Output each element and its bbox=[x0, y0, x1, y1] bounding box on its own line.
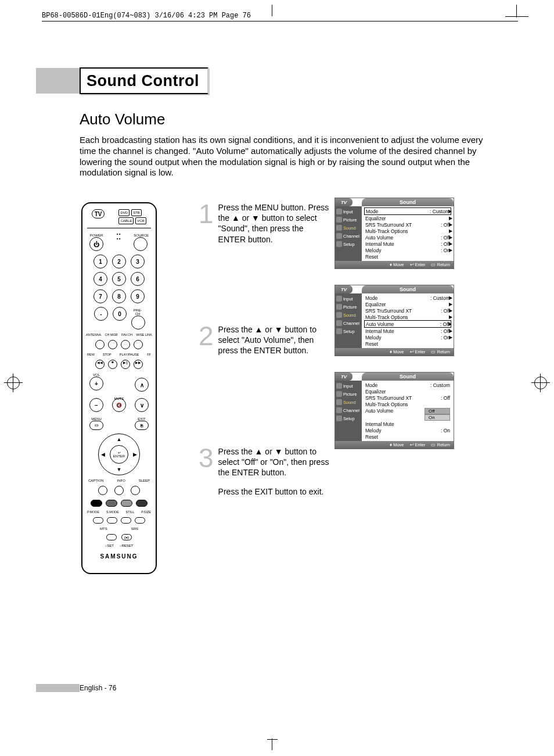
menu-icon bbox=[336, 296, 342, 302]
osd-item-label: Auto Volume bbox=[366, 321, 394, 327]
osd-item-multi-track-options: Multi-Track Options bbox=[364, 401, 451, 407]
osd3-title: Sound bbox=[362, 372, 454, 381]
osd-item-mode: Mode: Custom bbox=[364, 382, 451, 388]
osd2-footer: Move Enter Return bbox=[335, 348, 454, 356]
stop-icon: ■ bbox=[108, 360, 117, 369]
srs-btn: (●) bbox=[121, 534, 132, 540]
chmgr-label: CH MGR bbox=[105, 333, 117, 336]
osd-option-on: On bbox=[425, 414, 450, 421]
antenna-btn bbox=[95, 340, 105, 349]
osd-side-label: Sound bbox=[343, 400, 356, 405]
num-7: 7 bbox=[93, 289, 107, 303]
osd-side-setup: Setup bbox=[335, 327, 362, 335]
chevron-right-icon: ▶ bbox=[449, 314, 452, 320]
crop-mark-tr-h bbox=[505, 16, 528, 17]
ch-down-icon: ∨ bbox=[135, 398, 149, 412]
step-3: 3 Press the ▲ or ▼ button to select "Off… bbox=[199, 446, 332, 497]
osd-side-setup: Setup bbox=[335, 240, 362, 248]
set-label: SET bbox=[107, 544, 114, 547]
osd-item-melody: Melody: On▶ bbox=[364, 247, 451, 253]
menu-label: MENU bbox=[89, 417, 103, 421]
num-6: 6 bbox=[131, 272, 145, 286]
num-2: 2 bbox=[112, 255, 126, 268]
osd-item-label: Reset bbox=[365, 341, 378, 347]
osd-enter-hint: Enter bbox=[410, 262, 426, 267]
still-btn bbox=[121, 517, 131, 524]
osd-side-input: Input bbox=[335, 295, 362, 303]
menu-icon bbox=[336, 233, 342, 239]
osd-side-label: Input bbox=[343, 209, 353, 214]
remote-cable: CABLE bbox=[118, 217, 134, 224]
osd3-footer: Move Enter Return bbox=[335, 441, 454, 449]
osd-return-hint: Return bbox=[431, 349, 450, 354]
dpad: ▲ ▼ ◀ ▶ ↩ENTER bbox=[98, 433, 140, 475]
caption-btn bbox=[98, 486, 107, 495]
osd-item-label: Auto Volume bbox=[365, 408, 393, 421]
osd-return-hint: Return bbox=[431, 262, 450, 267]
osd1-title: Sound bbox=[362, 198, 454, 206]
num-1: 1 bbox=[93, 255, 107, 268]
crop-mark-top bbox=[272, 5, 272, 16]
osd-side-picture: Picture bbox=[335, 216, 362, 224]
menu-icon bbox=[336, 407, 342, 413]
osd-side-input: Input bbox=[335, 382, 362, 390]
sleep-label: SLEEP bbox=[139, 479, 150, 482]
osd-move-hint: Move bbox=[390, 349, 404, 354]
osd-screenshot-3: TV Sound InputPictureSoundChannelSetup M… bbox=[334, 372, 453, 449]
color-red bbox=[91, 500, 102, 507]
exit-button: ⎘ bbox=[135, 421, 149, 430]
chevron-right-icon: ▶ bbox=[449, 228, 452, 234]
osd3-tv-label: TV bbox=[335, 372, 352, 381]
osd-side-input: Input bbox=[335, 207, 362, 216]
step-3-number: 3 bbox=[199, 446, 214, 497]
chevron-right-icon: ▶ bbox=[449, 308, 452, 313]
osd-item-multi-track-options: Multi-Track Options▶ bbox=[364, 228, 451, 234]
dpad-down-icon: ▼ bbox=[117, 467, 122, 472]
rew-label: REW bbox=[87, 353, 95, 356]
step-1: 1 Press the MENU button. Press the ▲ or … bbox=[199, 202, 332, 278]
dpad-right-icon: ▶ bbox=[133, 452, 137, 457]
osd-side-picture: Picture bbox=[335, 390, 362, 398]
osd-option-off: Off bbox=[425, 408, 450, 414]
rew-icon: ◀◀ bbox=[95, 360, 105, 369]
num-9: 9 bbox=[131, 289, 145, 303]
osd-item-auto-volume: Auto VolumeOffOn bbox=[364, 407, 451, 421]
menu-icon bbox=[336, 209, 342, 214]
osd-item-mode: Mode: Custom▶ bbox=[364, 207, 451, 215]
osd-item-srs-trusurround-xt: SRS TruSurround XT: Off▶ bbox=[364, 307, 451, 314]
mts-label: MTS bbox=[100, 527, 107, 531]
osd-item-label: SRS TruSurround XT bbox=[365, 395, 412, 401]
osd-side-label: Picture bbox=[343, 392, 357, 397]
osd-item-reset: Reset bbox=[364, 341, 451, 347]
ch-up-icon: ∧ bbox=[135, 378, 149, 392]
chevron-right-icon: ▶ bbox=[449, 328, 452, 334]
osd-side-channel: Channel bbox=[335, 406, 362, 414]
osd-side-channel: Channel bbox=[335, 232, 362, 240]
osd-side-sound: Sound bbox=[335, 224, 362, 232]
osd-item-label: Mode bbox=[365, 295, 377, 301]
srs-label: SRS bbox=[131, 527, 138, 531]
osd-side-label: Channel bbox=[343, 234, 359, 239]
psize-label: P.SIZE bbox=[141, 510, 151, 514]
osd-side-label: Input bbox=[343, 384, 353, 389]
osd-item-label: Equalizer bbox=[365, 302, 386, 307]
osd-item-equalizer: Equalizer▶ bbox=[364, 215, 451, 221]
remote-power-label: POWER bbox=[89, 234, 103, 237]
osd2-tv-label: TV bbox=[335, 285, 352, 293]
menu-icon bbox=[336, 399, 342, 405]
osd-item-label: SRS TruSurround XT bbox=[365, 308, 412, 314]
osd-side-label: Channel bbox=[343, 408, 359, 413]
wiselink-btn bbox=[134, 340, 143, 349]
osd-item-melody: Melody: On bbox=[364, 427, 451, 433]
mts-btn bbox=[106, 534, 117, 540]
dpad-left-icon: ◀ bbox=[101, 452, 105, 457]
osd-item-internal-mute: Internal Mute: Off▶ bbox=[364, 328, 451, 334]
heading-gray-block bbox=[36, 68, 80, 94]
osd-item-label: Reset bbox=[365, 434, 378, 440]
osd-item-label: Internal Mute bbox=[365, 241, 394, 247]
osd-side-sound: Sound bbox=[335, 311, 362, 319]
osd-item-label: Melody bbox=[365, 248, 381, 253]
osd-return-hint: Return bbox=[431, 442, 450, 447]
num-4: 4 bbox=[93, 272, 107, 286]
osd-side-sound: Sound bbox=[335, 398, 362, 406]
